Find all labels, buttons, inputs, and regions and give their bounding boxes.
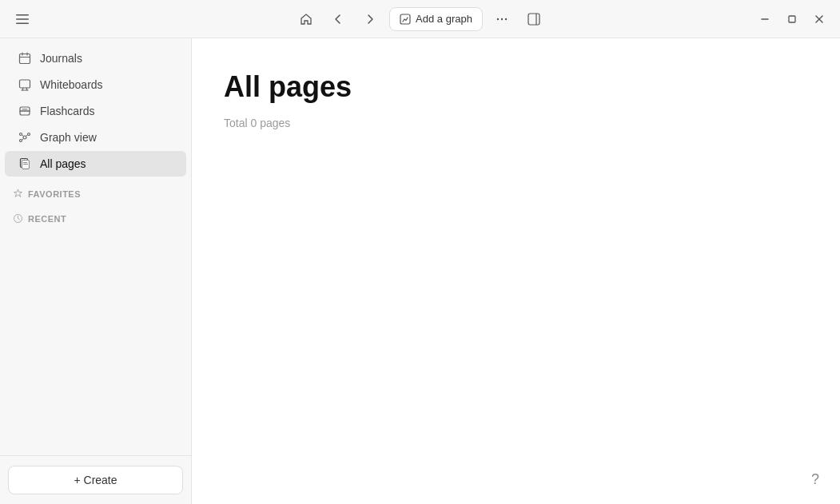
graph-icon	[18, 130, 32, 145]
svg-rect-2	[16, 22, 29, 24]
titlebar-center: Add a graph	[293, 7, 547, 31]
favorites-label: FAVORITES	[28, 189, 81, 199]
calendar-icon	[18, 51, 32, 65]
svg-line-27	[26, 135, 28, 137]
sidebar-item-all-pages[interactable]: All pages	[5, 151, 186, 177]
menu-toggle-button[interactable]	[10, 8, 35, 30]
favorites-section-header[interactable]: FAVORITES	[13, 189, 178, 199]
main-layout: Journals Whiteboards	[0, 38, 840, 504]
recent-section-header[interactable]: RECENT	[13, 213, 178, 224]
svg-rect-10	[789, 16, 795, 22]
sidebar-item-whiteboards[interactable]: Whiteboards	[5, 72, 186, 97]
sidebar: Journals Whiteboards	[0, 38, 192, 504]
sidebar-item-whiteboards-label: Whiteboards	[40, 78, 103, 91]
svg-rect-17	[20, 80, 30, 88]
svg-point-25	[20, 140, 22, 142]
minimize-button[interactable]	[754, 8, 776, 30]
svg-rect-0	[16, 14, 29, 16]
home-button[interactable]	[293, 8, 319, 30]
svg-rect-1	[16, 18, 29, 20]
svg-rect-13	[20, 54, 30, 64]
close-button[interactable]	[808, 8, 830, 30]
sidebar-item-journals[interactable]: Journals	[5, 46, 186, 71]
clock-icon	[13, 213, 23, 224]
svg-point-23	[20, 133, 22, 136]
forward-button[interactable]	[357, 8, 383, 30]
svg-point-4	[497, 18, 499, 19]
sidebar-section-recent: RECENT	[0, 202, 191, 227]
sidebar-item-graph-view[interactable]: Graph view	[5, 125, 186, 150]
star-icon	[13, 189, 23, 199]
sidebar-item-flashcards-label: Flashcards	[40, 105, 94, 117]
add-graph-button[interactable]: Add a graph	[389, 7, 483, 31]
svg-point-22	[23, 136, 26, 139]
whiteboard-icon	[18, 77, 32, 92]
sidebar-item-all-pages-label: All pages	[40, 157, 86, 170]
flashcard-icon	[18, 104, 32, 118]
titlebar-left	[10, 8, 35, 30]
svg-point-24	[28, 133, 30, 136]
sidebar-item-flashcards[interactable]: Flashcards	[5, 98, 186, 124]
svg-line-26	[22, 135, 24, 137]
pages-icon	[18, 157, 32, 171]
sidebar-footer: + Create	[0, 455, 191, 504]
sidebar-nav: Journals Whiteboards	[0, 38, 191, 455]
create-label: + Create	[74, 474, 117, 486]
svg-point-5	[501, 18, 503, 19]
sidebar-item-journals-label: Journals	[40, 52, 82, 65]
sidebar-section-favorites: FAVORITES	[0, 177, 191, 202]
add-graph-label: Add a graph	[416, 13, 472, 25]
more-button[interactable]	[489, 8, 515, 30]
page-title: All pages	[224, 70, 808, 104]
help-label: ?	[811, 471, 819, 488]
svg-rect-3	[400, 14, 410, 24]
page-subtitle: Total 0 pages	[224, 117, 808, 129]
svg-point-6	[505, 18, 507, 19]
titlebar: Add a graph	[0, 0, 840, 38]
svg-line-28	[22, 139, 24, 141]
svg-rect-7	[528, 14, 539, 25]
content-area: All pages Total 0 pages	[192, 38, 840, 504]
sidebar-item-graph-view-label: Graph view	[40, 131, 97, 144]
help-button[interactable]: ?	[803, 467, 827, 491]
panel-button[interactable]	[521, 8, 547, 30]
back-button[interactable]	[325, 8, 351, 30]
create-button[interactable]: + Create	[8, 466, 183, 494]
titlebar-right	[754, 8, 830, 30]
recent-label: RECENT	[28, 214, 66, 224]
maximize-button[interactable]	[781, 8, 803, 30]
